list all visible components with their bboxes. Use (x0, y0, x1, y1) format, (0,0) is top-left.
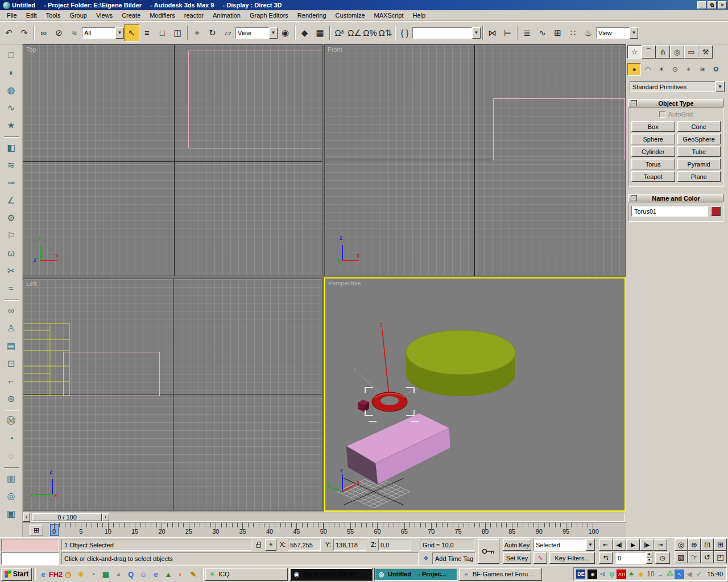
render-type-dropdown[interactable]: View ▼ (596, 27, 638, 39)
tab-display[interactable]: ▭ (684, 45, 698, 59)
menu-reactor[interactable]: reactor (180, 11, 208, 20)
new-key-default-in-out-button[interactable]: ∿ (533, 552, 547, 564)
quicklaunch-clock-icon[interactable]: ◷ (62, 568, 75, 580)
hinge-icon[interactable]: ⌐ (3, 373, 20, 389)
subcategory-dropdown-value[interactable]: Standard Primitives (630, 81, 715, 92)
snap-toggle-button[interactable]: Ω³ (332, 24, 347, 41)
unlink-selection-button[interactable]: ⊘ (51, 24, 67, 41)
rope-collection-icon[interactable]: ∿ (3, 99, 20, 116)
toolbar-separator[interactable] (293, 24, 297, 41)
arc-rotate-button[interactable]: ↺ (701, 551, 714, 563)
auto-key-button[interactable]: Auto Key (503, 539, 531, 551)
open-mini-curve-editor-button[interactable]: ⊞ (30, 525, 43, 535)
tube-button[interactable]: Tube (677, 146, 721, 157)
viewport-label[interactable]: Perspective (328, 280, 361, 286)
toy-icon[interactable]: ∞ (3, 302, 20, 319)
tray-itunes-icon[interactable]: 10 (646, 569, 655, 579)
box-button[interactable]: Box (631, 121, 675, 132)
language-indicator[interactable]: DE (576, 569, 585, 579)
tab-utilities[interactable]: ⚒ (698, 45, 713, 59)
object-color-swatch[interactable] (711, 206, 721, 216)
cloth-modifier-icon[interactable]: Ⓜ (3, 413, 20, 429)
window-crossing-button[interactable]: ◫ (170, 24, 185, 41)
toolbar-separator[interactable] (515, 24, 519, 41)
quicklaunch-messenger-icon[interactable]: ☺ (137, 568, 150, 580)
task-icq[interactable]: ✳ ICQ (205, 568, 288, 581)
zoom-region-button[interactable]: ▧ (675, 551, 688, 563)
reference-coordinate-dropdown[interactable]: View ▼ (235, 27, 278, 39)
mirror-button[interactable]: ⋈ (485, 24, 500, 41)
category-systems[interactable]: ⚙ (709, 63, 723, 76)
keyboard-shortcut-override-button[interactable]: ▦ (312, 24, 328, 41)
task-bf-games[interactable]: e BF-Games.net Forum -... (459, 568, 542, 581)
add-time-tag[interactable]: Add Time Tag (432, 552, 475, 564)
menu-help[interactable]: Help (408, 11, 431, 20)
toolbar-separator[interactable] (393, 24, 397, 41)
start-button[interactable]: Start (1, 568, 32, 581)
frame-spinner[interactable]: ▲▼ (646, 552, 652, 564)
fracture-icon[interactable]: ✂ (3, 263, 20, 279)
constraint-solver-icon[interactable]: ⊡ (3, 355, 20, 372)
torus-object[interactable] (372, 392, 407, 411)
menu-views[interactable]: Views (92, 11, 117, 20)
selection-region-button[interactable]: □ (155, 24, 170, 41)
viewport-left[interactable]: Left z y x (23, 278, 322, 510)
maxscript-listener-pink[interactable] (1, 539, 59, 551)
select-and-manipulate-button[interactable]: ◆ (297, 24, 312, 41)
x-coordinate-field[interactable]: 557,255 (288, 539, 321, 551)
box-wireframe-left[interactable] (63, 352, 160, 396)
task-3dsmax[interactable]: ◎ Untitled - Projec... (374, 568, 457, 581)
quicklaunch-ie2-icon[interactable]: e (150, 568, 162, 580)
teapot-button[interactable]: Teapot (631, 171, 675, 182)
render-setup-button[interactable]: ♨ (581, 24, 596, 41)
select-and-rotate-button[interactable]: ↻ (205, 24, 220, 41)
minimize-button[interactable]: _ (697, 1, 706, 9)
tab-hierarchy[interactable]: ⋔ (656, 45, 670, 59)
cloth-collection-icon[interactable]: ◗ (3, 64, 20, 81)
quicklaunch-compass-icon[interactable]: ◔ (87, 568, 100, 580)
torus-button[interactable]: Torus (631, 159, 675, 169)
name-color-rollout-header[interactable]: - Name and Color (628, 194, 723, 202)
angle-snap-button[interactable]: Ω∠ (347, 24, 362, 41)
frame-number-value[interactable]: 0 (615, 552, 646, 564)
quicklaunch-media-icon[interactable]: ▦ (100, 568, 112, 580)
box-object[interactable] (346, 413, 450, 484)
redo-button[interactable]: ↷ (16, 24, 32, 41)
menu-tools[interactable]: Tools (42, 11, 65, 20)
menu-maxscript[interactable]: MAXScript (370, 11, 408, 20)
reactor-separator[interactable] (3, 466, 20, 469)
geosphere-button[interactable]: GeoSphere (677, 134, 721, 144)
zoom-button[interactable]: ◎ (675, 538, 688, 551)
task-big-kahuna[interactable]: ◉ Big Kahuna [GER] - Chat (289, 568, 373, 581)
toolbar-separator[interactable] (32, 24, 36, 41)
tray-speaker-icon[interactable]: ⊲ (597, 569, 607, 579)
menu-edit[interactable]: Edit (22, 11, 42, 20)
selection-set-dropdown[interactable]: Selected ▼ (533, 539, 595, 551)
softbody-modifier-icon[interactable]: ◔ (3, 430, 20, 447)
chevron-down-icon[interactable]: ▼ (715, 81, 725, 92)
selection-lock-toggle[interactable] (254, 539, 263, 551)
tray-wireless-icon[interactable]: ψ (607, 569, 617, 579)
selection-filter-dropdown[interactable]: All ▼ (82, 27, 124, 39)
spring-icon[interactable]: ≋ (3, 157, 20, 173)
soft-body-collection-icon[interactable]: ◍ (3, 82, 20, 98)
cylinder-button[interactable]: Cylinder (631, 146, 675, 157)
go-to-start-button[interactable]: ⇤ (599, 539, 613, 551)
curve-editor-button[interactable]: ∿ (535, 24, 550, 41)
next-frame-arrow[interactable]: › (102, 513, 109, 521)
angular-dashpot-icon[interactable]: ∠ (3, 192, 20, 209)
viewport-label[interactable]: Left (26, 280, 36, 287)
cone-button[interactable]: Cone (677, 121, 721, 132)
spinner-snap-button[interactable]: Ω⇅ (378, 24, 393, 41)
toolbar-separator[interactable] (185, 24, 189, 41)
motor-icon[interactable]: ⚙ (3, 210, 20, 226)
key-filters-button[interactable]: Key Filters... (549, 552, 595, 564)
track-bar[interactable]: ⊞ 05101520253035404550556065707580859095… (23, 522, 626, 537)
layer-manager-button[interactable]: ≣ (519, 24, 535, 41)
property-editor-icon[interactable]: ▥ (3, 470, 20, 487)
viewport-perspective[interactable]: z y x y x z (324, 277, 626, 512)
category-space-warps[interactable]: ≋ (696, 63, 709, 76)
menu-create[interactable]: Create (117, 11, 145, 20)
object-type-rollout-header[interactable]: - Object Type (628, 99, 723, 107)
play-button[interactable]: ▶ (626, 539, 640, 551)
